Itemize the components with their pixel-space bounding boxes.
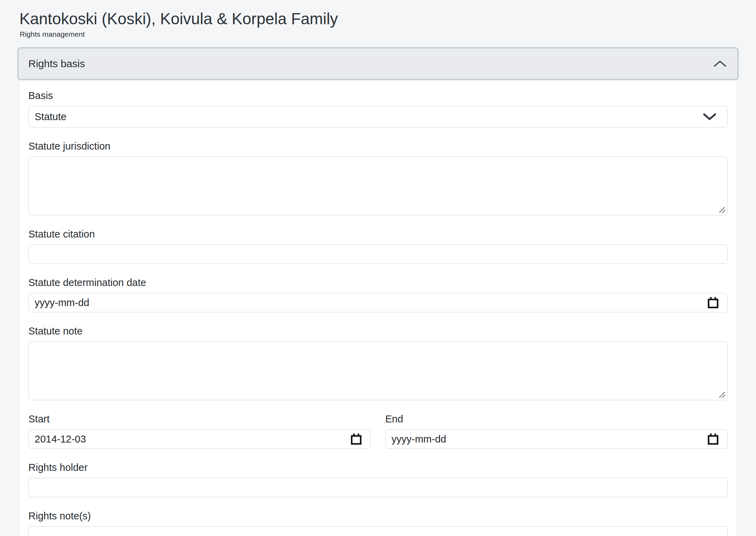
field-end: End yyyy-mm-dd	[385, 413, 728, 449]
field-basis: Basis Statute	[28, 89, 728, 127]
field-rights-notes: Rights note(s)	[28, 510, 728, 536]
start-end-row: Start 2014-12-03 End yyyy-mm-dd	[28, 413, 728, 461]
date-value: 2014-12-03	[35, 434, 86, 445]
rights-notes-label: Rights note(s)	[28, 510, 728, 522]
rights-basis-accordion-header[interactable]: Rights basis	[17, 47, 739, 80]
statute-note-label: Statute note	[28, 325, 728, 337]
statute-determination-date-input[interactable]: yyyy-mm-dd	[28, 293, 728, 312]
statute-citation-label: Statute citation	[28, 228, 728, 240]
statute-jurisdiction-label: Statute jurisdiction	[28, 140, 728, 152]
date-value: yyyy-mm-dd	[392, 434, 446, 445]
basis-select-value: Statute	[35, 111, 66, 123]
field-rights-holder: Rights holder	[28, 461, 728, 497]
end-date-input[interactable]: yyyy-mm-dd	[385, 429, 728, 449]
page-subtitle: Rights management	[20, 30, 739, 39]
rights-notes-wrap	[28, 526, 728, 536]
field-statute-jurisdiction: Statute jurisdiction	[28, 140, 728, 215]
calendar-icon[interactable]	[707, 296, 719, 309]
basis-select[interactable]: Statute	[28, 106, 728, 127]
statute-note-textarea[interactable]	[28, 341, 728, 400]
rights-notes-textarea[interactable]	[28, 526, 728, 536]
basis-label: Basis	[28, 89, 728, 102]
calendar-icon[interactable]	[707, 433, 719, 445]
statute-citation-input[interactable]	[28, 244, 728, 264]
field-statute-determination-date: Statute determination date yyyy-mm-dd	[28, 276, 728, 312]
calendar-icon[interactable]	[350, 433, 362, 445]
chevron-down-icon	[702, 113, 717, 121]
start-label: Start	[28, 413, 371, 425]
chevron-up-icon	[713, 60, 727, 68]
field-statute-citation: Statute citation	[28, 228, 728, 264]
rights-holder-label: Rights holder	[28, 461, 728, 474]
statute-note-wrap	[28, 341, 728, 400]
rights-basis-accordion-body: Basis Statute Statute jurisdiction	[19, 80, 737, 536]
rights-holder-input[interactable]	[28, 478, 728, 497]
field-start: Start 2014-12-03	[28, 413, 371, 449]
page-title: Kantokoski (Koski), Koivula & Korpela Fa…	[19, 9, 739, 28]
page: Kantokoski (Koski), Koivula & Korpela Fa…	[0, 0, 756, 536]
statute-jurisdiction-textarea[interactable]	[28, 157, 728, 215]
statute-jurisdiction-wrap	[28, 157, 728, 215]
accordion-header-label: Rights basis	[28, 58, 85, 70]
start-date-input[interactable]: 2014-12-03	[28, 429, 371, 449]
rights-basis-accordion: Rights basis Basis Statute Statute juris…	[17, 47, 739, 536]
date-value: yyyy-mm-dd	[35, 297, 89, 309]
statute-determination-date-label: Statute determination date	[28, 276, 728, 289]
end-label: End	[385, 413, 728, 425]
field-statute-note: Statute note	[28, 325, 728, 400]
